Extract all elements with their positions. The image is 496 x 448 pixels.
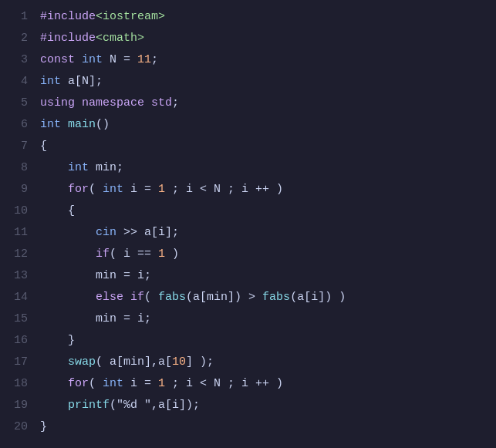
code-line: int a[N]; [40,71,484,93]
code-line: if( i == 1 ) [40,244,484,265]
token: int [103,183,123,196]
token: int [40,75,61,88]
token: i = [123,183,158,196]
code-line: int min; [40,157,484,179]
token: int [103,377,123,390]
line-number: 19 [0,395,28,416]
token: 1 [158,183,165,196]
token: ) [165,248,179,261]
token: ( [89,377,103,390]
code-line: { [40,200,484,222]
line-number-column: 1234567891011121314151617181920 [0,6,40,438]
token: () [96,118,110,131]
token: (" [110,399,123,412]
token: min = i; [96,269,151,282]
line-number: 5 [0,93,28,114]
token [40,312,96,325]
token: ( [89,183,103,196]
line-number: 12 [0,244,28,265]
token: >> a[i]; [116,226,179,239]
token: cin [96,226,116,239]
token: ] ); [186,355,214,369]
line-number: 9 [0,179,28,200]
line-number: 6 [0,114,28,136]
token: min; [89,161,123,174]
code-line: cin >> a[i]; [40,222,484,244]
token: int [82,53,103,66]
token [40,248,96,261]
token [40,161,68,174]
token: ( a[min],a[ [96,355,172,369]
code-line: #include<iostream> [40,6,484,28]
code-line: for( int i = 1 ; i < N ; i ++ ) [40,373,484,395]
token [40,399,68,412]
token: for [68,377,89,390]
token: ; i < N ; i ++ ) [165,377,283,390]
token [40,291,96,304]
token: i = [123,377,158,390]
code-line: const int N = 11; [40,49,484,71]
token [40,183,68,196]
token: min = i; [96,312,151,325]
line-number: 16 [0,330,28,352]
token: fabs [158,291,186,304]
token: int [68,161,89,174]
token: (a[i]) ) [290,291,346,304]
token: ; i < N ; i ++ ) [165,183,283,196]
code-editor: 1234567891011121314151617181920 #include… [0,0,496,444]
line-number: 8 [0,157,28,179]
code-line: } [40,416,484,438]
token: <iostream> [96,10,165,23]
token: { [40,204,75,217]
token: 10 [172,355,186,369]
line-number: 15 [0,308,28,330]
line-number: 4 [0,71,28,93]
token: main [68,118,96,131]
code-line: for( int i = 1 ; i < N ; i ++ ) [40,179,484,200]
token: (a[min]) > [186,291,262,304]
code-line: #include<cmath> [40,28,484,49]
token: ; [151,53,158,66]
token: ( [144,291,158,304]
code-line: { [40,136,484,157]
line-number: 10 [0,200,28,222]
token: #include [40,10,96,23]
code-line: swap( a[min],a[10] ); [40,352,484,373]
token: %d [123,399,144,412]
token [40,226,96,239]
token: N = [103,53,137,66]
line-number: 7 [0,136,28,157]
token [61,118,68,131]
token: namespace [82,96,151,109]
token: ( i == [110,248,158,261]
token: } [40,420,47,433]
line-number: 2 [0,28,28,49]
token [40,355,68,369]
code-content: #include<iostream>#include<cmath>const i… [40,6,496,438]
code-line: min = i; [40,265,484,287]
token: std [151,96,172,109]
code-line: min = i; [40,308,484,330]
token: 1 [158,248,165,261]
token: ",a[i]); [144,399,200,412]
code-line: int main() [40,114,484,136]
code-line: printf("%d ",a[i]); [40,395,484,416]
token [40,269,96,282]
token: printf [68,399,110,412]
line-number: 1 [0,6,28,28]
token: 11 [137,53,151,66]
token: 1 [158,377,165,390]
token: #include [40,32,96,45]
line-number: 14 [0,287,28,308]
token: fabs [262,291,290,304]
token: int [40,118,61,131]
token: ; [172,96,179,109]
token: if [130,291,144,304]
line-number: 3 [0,49,28,71]
code-line: } [40,330,484,352]
token: for [68,183,89,196]
code-line: else if( fabs(a[min]) > fabs(a[i]) ) [40,287,484,308]
token: } [40,334,75,347]
token: a[N]; [61,75,103,88]
token: { [40,140,47,153]
